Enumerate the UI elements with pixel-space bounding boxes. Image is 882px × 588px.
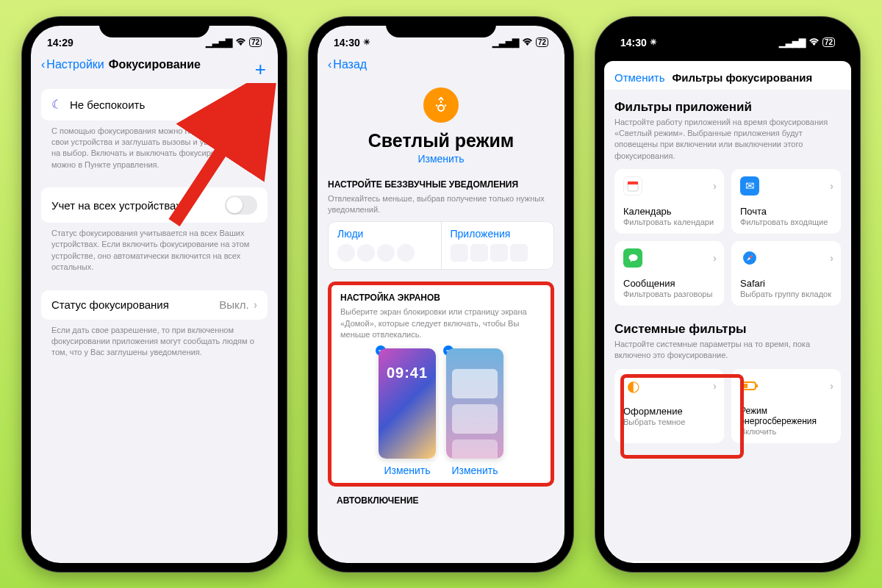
low-power-filter-tile[interactable]: › Режим энергосбережения Включить [731, 369, 841, 443]
focus-indicator-icon: ☀︎ [650, 37, 657, 47]
people-placeholder-icon [357, 244, 375, 262]
svg-point-2 [438, 105, 444, 111]
system-filters-grid: ◐ › Оформление Выбрать темное › Режим эн… [614, 369, 841, 443]
people-cell[interactable]: Люди [329, 222, 442, 269]
dnd-row[interactable]: ☾ Не беспокоить › [41, 89, 268, 121]
mail-icon: ✉ [740, 176, 759, 196]
tile-sublabel: Фильтровать разговоры [623, 290, 715, 298]
notifications-section-title: НАСТРОЙТЕ БЕЗЗВУЧНЫЕ УВЕДОМЛЕНИЯ [328, 179, 554, 192]
calendar-icon [623, 176, 642, 196]
messages-filter-tile[interactable]: › Сообщения Фильтровать разговоры [614, 241, 724, 306]
share-toggle[interactable] [225, 196, 257, 215]
notch [386, 17, 496, 37]
battery-level: 72 [249, 37, 262, 47]
lock-screen-time: 09:41 [379, 365, 436, 381]
people-label: Люди [337, 228, 432, 240]
dnd-description: С помощью фокусирования можно гибко наст… [41, 121, 268, 176]
tile-sublabel: Фильтровать входящие [740, 218, 832, 226]
wifi-icon [235, 37, 246, 48]
moon-icon: ☾ [51, 97, 62, 112]
tile-label: Почта [740, 206, 832, 217]
app-filters-heading: Фильтры приложений [614, 90, 841, 115]
battery-level: 72 [536, 37, 548, 47]
status-row[interactable]: Статус фокусирования Выкл. › [41, 290, 268, 320]
tile-label: Календарь [623, 206, 715, 217]
phone-frame-1: 14:29 ▁▃▅▇ 72 ‹ Настройки Фокусирование … [22, 17, 287, 572]
focus-indicator-icon: ☀︎ [363, 37, 370, 47]
phone-frame-2: 14:30 ☀︎ ▁▃▅▇ 72 ‹ Назад [309, 17, 573, 572]
system-filters-heading: Системные фильтры [614, 306, 841, 337]
chevron-right-icon: › [830, 179, 833, 192]
notch [673, 17, 783, 37]
nav-header: ‹ Назад [318, 55, 564, 77]
svg-line-5 [445, 105, 446, 106]
modal-header: Отменить Фильтры фокусирования [604, 65, 851, 90]
dnd-card: ☾ Не беспокоить › [41, 89, 268, 121]
system-filters-desc: Настройте системные параметры на то врем… [614, 337, 841, 362]
nav-header: ‹ Настройки Фокусирование + [31, 55, 278, 77]
status-label: Статус фокусирования [51, 298, 219, 311]
appearance-filter-tile[interactable]: ◐ › Оформление Выбрать темное [614, 369, 724, 443]
auto-section-title: АВТОВКЛЮЧЕНИЕ [328, 495, 554, 506]
cancel-button[interactable]: Отменить [614, 71, 665, 84]
cellular-icon: ▁▃▅▇ [206, 37, 232, 48]
app-placeholder-icon [490, 244, 508, 262]
apps-cell[interactable]: Приложения [442, 222, 554, 269]
chevron-left-icon: ‹ [328, 58, 331, 71]
home-screen-preview[interactable]: − Изменить [446, 348, 503, 476]
tile-label: Safari [740, 278, 832, 289]
battery-level: 72 [822, 37, 835, 47]
people-placeholder-icon [337, 244, 355, 262]
calendar-filter-tile[interactable]: › Календарь Фильтровать календари [614, 169, 724, 234]
screen-2: 14:30 ☀︎ ▁▃▅▇ 72 ‹ Назад [318, 26, 564, 563]
mail-filter-tile[interactable]: ✉ › Почта Фильтровать входящие [731, 169, 841, 234]
share-card: Учет на всех устройствах [41, 187, 268, 223]
status-value: Выкл. [219, 298, 248, 311]
cellular-icon: ▁▃▅▇ [492, 37, 519, 48]
notifications-section-desc: Отвлекайтесь меньше, выбрав получение то… [328, 192, 554, 222]
notch [99, 17, 209, 37]
change-lock-link[interactable]: Изменить [379, 465, 436, 476]
change-home-link[interactable]: Изменить [446, 465, 503, 476]
app-placeholder-icon [510, 244, 528, 262]
tile-sublabel: Включить [740, 427, 832, 436]
rename-link[interactable]: Изменить [328, 153, 554, 165]
screen-1: 14:29 ▁▃▅▇ 72 ‹ Настройки Фокусирование … [31, 26, 278, 563]
back-label: Назад [333, 58, 367, 71]
chevron-right-icon: › [713, 251, 717, 264]
app-filters-grid: › Календарь Фильтровать календари ✉ › По… [614, 169, 841, 306]
chevron-right-icon: › [713, 179, 717, 192]
app-placeholder-icon [470, 244, 488, 262]
svg-rect-13 [743, 384, 747, 388]
screens-section-highlighted: НАСТРОЙКА ЭКРАНОВ Выберите экран блокиро… [328, 282, 554, 487]
back-button[interactable]: ‹ Настройки [41, 58, 104, 71]
status-time: 14:29 [47, 37, 74, 49]
screens-section-desc: Выберите экран блокировки или страницу э… [340, 305, 542, 340]
svg-rect-12 [756, 384, 758, 387]
dnd-label: Не беспокоить [70, 98, 254, 111]
back-button[interactable]: ‹ Назад [328, 58, 367, 71]
chevron-left-icon: ‹ [41, 58, 45, 71]
modal-title: Фильтры фокусирования [673, 71, 813, 84]
status-time: 14:30 [334, 37, 360, 49]
wifi-icon [522, 37, 533, 48]
people-apps-card: Люди Приложения [328, 221, 554, 270]
safari-filter-tile[interactable]: › Safari Выбрать группу вкладок [731, 241, 841, 306]
share-description: Статус фокусирования учитывается на всех… [41, 223, 268, 279]
tile-label: Оформление [623, 406, 715, 417]
people-placeholder-icon [377, 244, 395, 262]
chevron-right-icon: › [254, 298, 257, 312]
focus-name: Светлый режим [328, 130, 554, 151]
lock-screen-preview[interactable]: − 09:41 Изменить [379, 348, 436, 476]
share-row[interactable]: Учет на всех устройствах [41, 187, 268, 223]
appearance-icon: ◐ [623, 376, 642, 395]
chevron-right-icon: › [830, 251, 833, 264]
cellular-icon: ▁▃▅▇ [779, 37, 806, 48]
add-button[interactable]: + [255, 58, 266, 81]
sunrise-icon [423, 87, 459, 123]
app-placeholder-icon [451, 244, 468, 262]
chevron-right-icon: › [254, 98, 257, 111]
apps-label: Приложения [451, 228, 545, 240]
wifi-icon [808, 37, 820, 48]
people-placeholder-icon [397, 244, 415, 262]
